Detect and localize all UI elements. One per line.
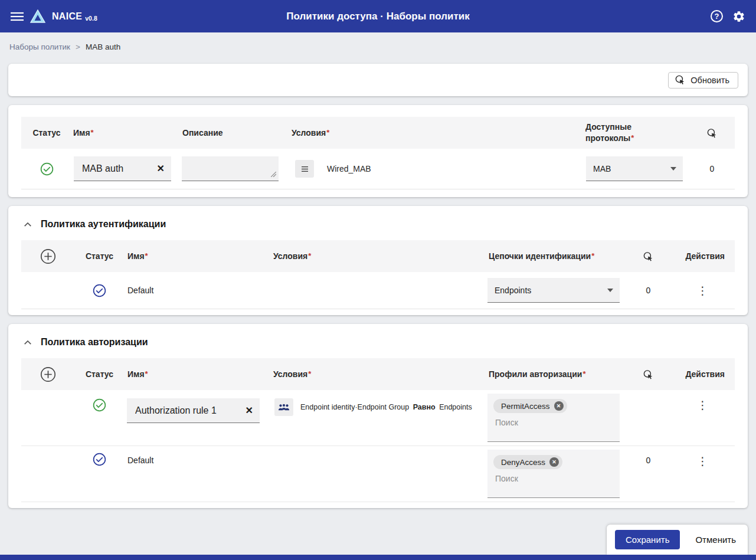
save-button[interactable]: Сохранить (615, 530, 680, 549)
hit-counter-icon[interactable] (643, 369, 654, 380)
authorization-section-title: Политика авторизации (41, 337, 148, 348)
condition-list-icon[interactable] (295, 160, 314, 178)
col-header-status: Статус (86, 251, 113, 262)
resize-grip-icon[interactable] (271, 172, 276, 177)
settings-gear-icon[interactable] (732, 10, 745, 23)
chevron-down-icon (607, 289, 613, 292)
endpoint-group-icon (274, 398, 293, 416)
topbar-right: ? (711, 10, 745, 23)
rule-name: Default (125, 446, 272, 465)
policy-set-condition-value[interactable]: Wired_MAB (327, 164, 371, 173)
required-marker: * (145, 369, 148, 378)
row-actions-menu-icon[interactable]: ⋮ (693, 284, 712, 297)
policy-set-header-row: Статус Имя* Описание Условия* Доступные … (21, 117, 735, 149)
status-enabled-icon[interactable] (93, 446, 106, 460)
breadcrumb-separator: > (76, 42, 80, 51)
protocols-dropdown-value: MAB (593, 164, 611, 173)
required-marker: * (91, 128, 94, 137)
col-header-profiles: Профили авторизации* (487, 369, 626, 380)
authorization-row: Default DenyAccess ✕ 0 ⋮ (21, 446, 735, 502)
clear-name-icon[interactable]: ✕ (243, 405, 256, 416)
page-title: Политики доступа · Наборы политик (286, 11, 469, 22)
rule-hits-value: 0 (646, 446, 651, 465)
rule-condition-cell[interactable]: Endpoint identity·Endpoint Group Равно E… (272, 390, 487, 416)
rule-hits-value: 0 (646, 286, 651, 295)
refresh-card: Обновить (8, 64, 748, 96)
bottom-accent-bar (0, 555, 756, 560)
col-header-status: Статус (86, 369, 113, 380)
row-actions-menu-icon[interactable]: ⋮ (693, 390, 712, 411)
profile-chip: DenyAccess ✕ (493, 455, 562, 469)
brand-name: NAICE (52, 11, 82, 22)
profiles-multiselect[interactable]: PermitAccess ✕ (487, 394, 620, 442)
rule-name-input[interactable] (134, 405, 243, 417)
col-header-description: Описание (181, 127, 290, 139)
footer-action-bar: Сохранить Отменить (607, 525, 748, 555)
add-rule-icon[interactable] (40, 248, 56, 264)
required-marker: * (308, 251, 311, 260)
remove-chip-icon[interactable]: ✕ (554, 401, 564, 411)
policy-set-description-input[interactable] (189, 160, 275, 178)
naice-logo-icon (30, 9, 45, 24)
authorization-header-row: Статус Имя* Условия* Профили авторизации… (21, 358, 735, 390)
breadcrumb: Наборы политик > MAB auth (0, 32, 756, 61)
refresh-hits-button[interactable]: Обновить (668, 72, 738, 89)
hit-counter-icon[interactable] (706, 127, 718, 139)
authentication-row: Default Endpoints 0 ⋮ (21, 272, 735, 309)
cancel-button[interactable]: Отменить (692, 534, 739, 545)
rule-name: Default (125, 286, 272, 295)
required-marker: * (145, 251, 148, 260)
protocols-dropdown[interactable]: MAB (586, 156, 683, 181)
policy-set-condition-cell: Wired_MAB (290, 160, 577, 178)
remove-chip-icon[interactable]: ✕ (549, 457, 559, 467)
status-enabled-icon[interactable] (93, 284, 106, 297)
profile-chip: PermitAccess ✕ (493, 399, 567, 413)
profile-search-input[interactable] (493, 417, 614, 428)
col-header-actions: Действия (684, 369, 735, 380)
status-enabled-icon[interactable] (40, 162, 54, 176)
authentication-section-header: Политика аутентификации (21, 219, 735, 240)
topbar-left: NAICE v0.8 (11, 9, 97, 24)
collapse-chevron-icon[interactable] (22, 339, 33, 346)
col-header-name: Имя* (125, 369, 272, 380)
policy-set-name-input[interactable] (81, 163, 154, 175)
identity-dropdown-value: Endpoints (495, 286, 531, 295)
collapse-chevron-icon[interactable] (22, 221, 33, 228)
required-marker: * (591, 251, 594, 260)
topbar: NAICE v0.8 Политики доступа · Наборы пол… (0, 0, 756, 32)
profile-search-input[interactable] (493, 473, 614, 484)
hit-counter-icon[interactable] (643, 251, 654, 262)
required-marker: * (308, 369, 311, 378)
col-header-conditions: Условия* (272, 251, 487, 262)
required-marker: * (582, 369, 585, 378)
col-header-name: Имя* (72, 127, 181, 139)
policy-set-name-field: ✕ (74, 156, 171, 181)
policy-set-description-field (182, 156, 279, 181)
col-header-conditions: Условия* (272, 369, 487, 380)
authorization-section-header: Политика авторизации (21, 337, 735, 358)
col-header-identity: Цепочки идентификации* (487, 251, 626, 262)
rule-name-field: ✕ (127, 398, 260, 423)
help-icon[interactable]: ? (711, 10, 723, 22)
menu-icon[interactable] (11, 12, 24, 21)
profile-chip-label: DenyAccess (501, 458, 545, 467)
col-header-status: Статус (32, 127, 60, 139)
profiles-multiselect[interactable]: DenyAccess ✕ (487, 450, 620, 498)
clear-name-icon[interactable]: ✕ (154, 163, 168, 174)
brand-version: v0.8 (85, 15, 97, 22)
policy-set-card: Статус Имя* Описание Условия* Доступные … (8, 105, 748, 197)
chevron-down-icon (670, 167, 676, 171)
authorization-row: ✕ Endpoint identity·Endpoint Group Равно… (21, 390, 735, 446)
policy-set-row: ✕ Wired_MAB MAB 0 (21, 149, 735, 189)
breadcrumb-parent-link[interactable]: Наборы политик (9, 42, 70, 51)
refresh-button-label: Обновить (690, 76, 729, 85)
authorization-policy-card: Политика авторизации Статус Имя* Условия… (8, 324, 748, 508)
rule-condition-text: Endpoint identity·Endpoint Group Равно E… (300, 403, 472, 411)
identity-dropdown[interactable]: Endpoints (487, 278, 620, 303)
required-marker: * (631, 133, 634, 142)
authentication-policy-card: Политика аутентификации Статус Имя* Усло… (8, 206, 748, 315)
status-enabled-icon[interactable] (93, 390, 106, 404)
row-actions-menu-icon[interactable]: ⋮ (693, 446, 712, 467)
add-rule-icon[interactable] (40, 366, 56, 382)
profile-chip-label: PermitAccess (501, 402, 550, 411)
